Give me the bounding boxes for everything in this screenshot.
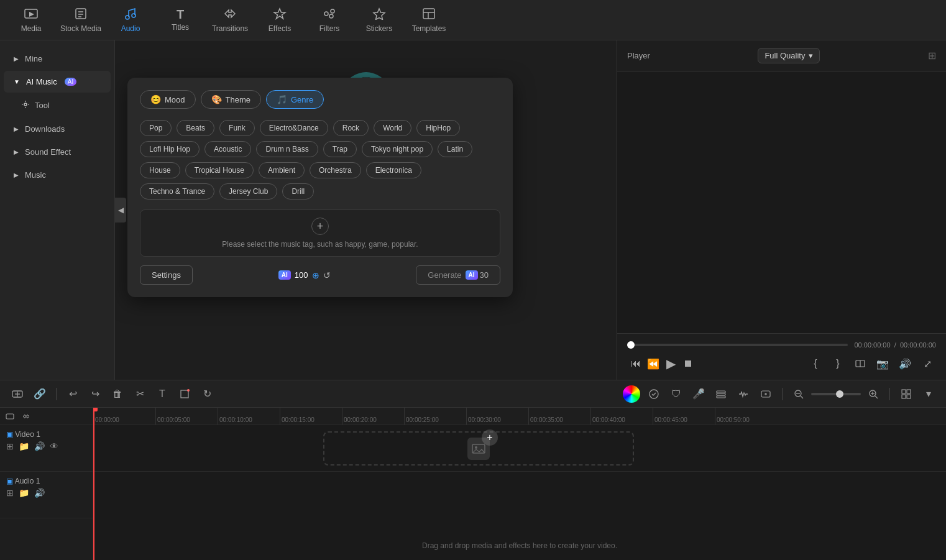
sidebar-item-music[interactable]: ▶ Music: [4, 164, 111, 186]
color-wheel-button[interactable]: [622, 384, 641, 404]
playhead-handle[interactable]: [93, 408, 98, 411]
rewind-button[interactable]: ⏪: [645, 355, 662, 372]
progress-track[interactable]: [627, 344, 848, 346]
drop-text: Drag and drop media and effects here to …: [422, 541, 617, 550]
video-track-visibility-icon[interactable]: 👁: [50, 441, 58, 451]
shield-button[interactable]: 🛡: [666, 384, 686, 404]
nav-stickers[interactable]: Stickers: [354, 0, 404, 40]
player-expand-icon[interactable]: ⊞: [928, 50, 936, 62]
add-track-button[interactable]: [7, 384, 27, 404]
sidebar-item-mine[interactable]: ▶ Mine: [4, 48, 111, 70]
sidebar-collapse-button[interactable]: ◀: [115, 198, 126, 223]
add-media-button[interactable]: +: [482, 429, 498, 446]
genre-tag-jersey-club[interactable]: Jersey Club: [219, 183, 277, 200]
genre-tag-latin[interactable]: Latin: [438, 141, 472, 157]
genre-tag-pop[interactable]: Pop: [140, 120, 172, 136]
delete-button[interactable]: 🗑: [108, 384, 127, 404]
mark-out-button[interactable]: }: [829, 355, 847, 372]
nav-media[interactable]: Media: [6, 0, 56, 40]
genre-tag-rock[interactable]: Rock: [333, 120, 369, 136]
genre-tab[interactable]: 🎵 Genre: [266, 90, 324, 109]
genre-tag-house[interactable]: House: [140, 162, 180, 178]
genre-tag-tokyo-night-pop[interactable]: Tokyo night pop: [362, 141, 433, 157]
genre-tag-hiphop[interactable]: HipHop: [416, 120, 460, 136]
genre-tag-world[interactable]: World: [374, 120, 411, 136]
theme-tab[interactable]: 🎨 Theme: [201, 90, 261, 109]
play-button[interactable]: ▶: [662, 355, 679, 372]
nav-effects[interactable]: Effects: [255, 0, 305, 40]
fullscreen-button[interactable]: ⤢: [919, 355, 936, 372]
rotate-button[interactable]: ↻: [197, 384, 217, 404]
playhead[interactable]: [93, 408, 94, 560]
genre-tag-drum-n-bass[interactable]: Drum n Bass: [256, 141, 318, 157]
nav-audio[interactable]: Audio: [106, 0, 155, 40]
snapshot-button[interactable]: 📷: [874, 355, 891, 372]
refresh-button[interactable]: ↺: [323, 270, 331, 280]
insert-button[interactable]: [756, 384, 776, 404]
add-credits-button[interactable]: ⊕: [312, 270, 319, 280]
cut-button[interactable]: ✂: [130, 384, 150, 404]
nav-stock-media[interactable]: Stock Media: [56, 0, 106, 40]
audio-track-name: ▣ Audio 1: [6, 477, 86, 485]
genre-tag-trap[interactable]: Trap: [323, 141, 357, 157]
zoom-in-button[interactable]: [863, 384, 883, 404]
zoom-out-button[interactable]: [789, 384, 809, 404]
add-tag-button[interactable]: +: [311, 218, 329, 235]
sidebar-item-tool[interactable]: Tool: [4, 94, 111, 117]
redo-button[interactable]: ↪: [85, 384, 105, 404]
link-button[interactable]: 🔗: [30, 384, 50, 404]
video-track-folder-icon[interactable]: 📁: [19, 441, 29, 451]
sidebar-item-ai-music[interactable]: ▼ AI Music AI: [4, 71, 111, 93]
genre-tag-lofi-hip-hop[interactable]: Lofi Hip Hop: [140, 141, 200, 157]
genre-tag-techno-trance[interactable]: Techno & Trance: [140, 183, 214, 200]
skip-back-button[interactable]: ⏮: [627, 355, 645, 372]
video-drop-zone[interactable]: +: [323, 431, 634, 466]
ruler-mark: 00:00:05:00: [155, 408, 218, 425]
nav-transitions[interactable]: Transitions: [205, 0, 255, 40]
quality-select[interactable]: Full Quality ▾: [758, 48, 820, 63]
genre-tag-ambient[interactable]: Ambient: [259, 162, 305, 178]
mark-in-button[interactable]: {: [807, 355, 824, 372]
video-track-add-icon[interactable]: ⊞: [6, 441, 14, 451]
nav-titles[interactable]: T Titles: [155, 0, 205, 40]
sidebar-item-downloads[interactable]: ▶ Downloads: [4, 118, 111, 140]
crop-button[interactable]: [175, 384, 195, 404]
genre-tag-beats[interactable]: Beats: [177, 120, 214, 136]
layers-button[interactable]: [711, 384, 731, 404]
progress-thumb[interactable]: [627, 341, 635, 349]
track-headers: ▣ Video 1 ⊞ 📁 🔊 👁 ▣ Audio 1 ⊞ 📁: [0, 408, 93, 560]
add-track-small-button[interactable]: [4, 410, 16, 423]
nav-templates[interactable]: Templates: [404, 0, 454, 40]
volume-button[interactable]: 🔊: [896, 355, 914, 372]
sidebar-item-sound-effect[interactable]: ▶ Sound Effect: [4, 141, 111, 163]
more-options-button[interactable]: ▾: [919, 384, 939, 404]
genre-tag-funk[interactable]: Funk: [219, 120, 255, 136]
mood-tab[interactable]: 😊 Mood: [140, 90, 196, 109]
genre-tag-orchestra[interactable]: Orchestra: [310, 162, 361, 178]
mic-button[interactable]: 🎤: [689, 384, 709, 404]
text-tool-button[interactable]: T: [152, 384, 172, 404]
genre-tag-tropical-house[interactable]: Tropical House: [185, 162, 254, 178]
audio-track-add-icon[interactable]: ⊞: [6, 488, 14, 498]
pause-button[interactable]: ⏹: [679, 355, 697, 372]
genre-tag-electro-dance[interactable]: Electro&Dance: [260, 120, 328, 136]
beat-button[interactable]: [733, 384, 753, 404]
split-button[interactable]: [852, 355, 869, 372]
video-track-volume-icon[interactable]: 🔊: [34, 441, 45, 451]
undo-button[interactable]: ↩: [63, 384, 83, 404]
zoom-track[interactable]: [811, 393, 861, 395]
zoom-thumb[interactable]: [836, 390, 843, 398]
grid-view-button[interactable]: [896, 384, 916, 404]
generate-button[interactable]: Generate AI 30: [416, 265, 500, 285]
genre-tag-drill[interactable]: Drill: [282, 183, 314, 200]
audio-track-header: ▣ Audio 1 ⊞ 📁 🔊: [0, 472, 93, 518]
genre-tag-acoustic[interactable]: Acoustic: [204, 141, 251, 157]
snap-button[interactable]: [20, 410, 32, 423]
nav-filters[interactable]: Filters: [305, 0, 354, 40]
audio-track-folder-icon[interactable]: 📁: [19, 488, 29, 498]
genre-tag-electronica[interactable]: Electronica: [366, 162, 421, 178]
magic-button[interactable]: [644, 384, 664, 404]
audio-track-volume-icon[interactable]: 🔊: [34, 488, 45, 498]
toolbar-separator-2: [782, 388, 783, 400]
settings-button[interactable]: Settings: [140, 265, 193, 285]
